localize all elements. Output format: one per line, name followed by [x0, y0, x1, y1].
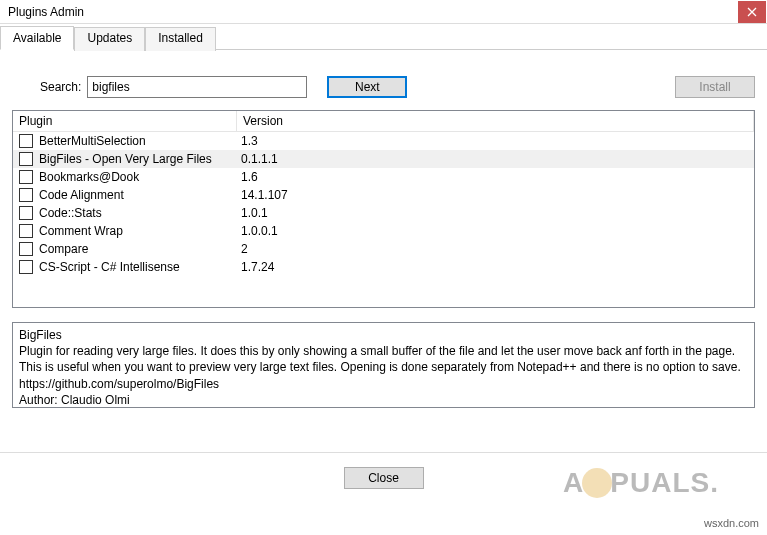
plugin-version: 0.1.1.1 [237, 151, 282, 167]
plugin-detail[interactable]: BigFiles Plugin for reading very large f… [12, 322, 755, 408]
plugin-version: 1.7.24 [237, 259, 278, 275]
plugin-version: 1.0.1 [237, 205, 272, 221]
plugin-checkbox[interactable] [19, 224, 33, 238]
search-input[interactable] [87, 76, 307, 98]
table-row[interactable]: BetterMultiSelection1.3 [13, 132, 754, 150]
table-row[interactable]: Compare2 [13, 240, 754, 258]
corner-credit: wsxdn.com [704, 517, 759, 529]
titlebar: Plugins Admin [0, 0, 767, 24]
column-version[interactable]: Version [237, 111, 754, 131]
window-close-button[interactable] [738, 1, 766, 23]
tab-available[interactable]: Available [0, 26, 74, 50]
table-row[interactable]: Code::Stats1.0.1 [13, 204, 754, 222]
plugin-version: 1.6 [237, 169, 262, 185]
search-row: Search: Next Install [12, 76, 755, 98]
plugin-checkbox[interactable] [19, 170, 33, 184]
plugin-name: BetterMultiSelection [39, 133, 237, 149]
detail-line: Plugin for reading very large files. It … [19, 343, 748, 359]
plugin-name: BigFiles - Open Very Large Files [39, 151, 237, 167]
mascot-icon [582, 468, 612, 498]
plugin-name: Code::Stats [39, 205, 237, 221]
close-icon [747, 7, 757, 17]
table-row[interactable]: BigFiles - Open Very Large Files0.1.1.1 [13, 150, 754, 168]
tab-installed[interactable]: Installed [145, 27, 216, 51]
search-label: Search: [40, 80, 81, 94]
detail-author: Author: Claudio Olmi [19, 392, 748, 408]
tab-content: Search: Next Install Plugin Version Bett… [0, 50, 767, 418]
plugin-list[interactable]: Plugin Version BetterMultiSelection1.3Bi… [12, 110, 755, 308]
watermark-text: A [563, 467, 584, 499]
table-row[interactable]: Comment Wrap1.0.0.1 [13, 222, 754, 240]
table-row[interactable]: Code Alignment14.1.107 [13, 186, 754, 204]
plugin-version: 2 [237, 241, 252, 257]
column-plugin[interactable]: Plugin [13, 111, 237, 131]
plugin-name: CS-Script - C# Intellisense [39, 259, 237, 275]
table-row[interactable]: CS-Script - C# Intellisense1.7.24 [13, 258, 754, 276]
watermark-logo: A PUALS. [563, 467, 719, 499]
install-button[interactable]: Install [675, 76, 755, 98]
plugin-checkbox[interactable] [19, 206, 33, 220]
window-title: Plugins Admin [8, 5, 84, 19]
plugin-version: 14.1.107 [237, 187, 292, 203]
plugin-name: Compare [39, 241, 237, 257]
plugin-name: Code Alignment [39, 187, 237, 203]
detail-url: https://github.com/superolmo/BigFiles [19, 376, 748, 392]
detail-title: BigFiles [19, 327, 748, 343]
next-button[interactable]: Next [327, 76, 407, 98]
plugin-name: Comment Wrap [39, 223, 237, 239]
detail-line: This is useful when you want to preview … [19, 359, 748, 375]
plugin-version: 1.3 [237, 133, 262, 149]
close-button[interactable]: Close [344, 467, 424, 489]
tabs: Available Updates Installed [0, 25, 767, 50]
plugin-version: 1.0.0.1 [237, 223, 282, 239]
plugin-checkbox[interactable] [19, 242, 33, 256]
table-row[interactable]: Bookmarks@Dook1.6 [13, 168, 754, 186]
plugin-checkbox[interactable] [19, 134, 33, 148]
plugin-checkbox[interactable] [19, 152, 33, 166]
watermark-text: PUALS. [610, 467, 719, 499]
plugin-checkbox[interactable] [19, 188, 33, 202]
list-header: Plugin Version [13, 111, 754, 132]
tab-updates[interactable]: Updates [74, 27, 145, 51]
plugin-checkbox[interactable] [19, 260, 33, 274]
plugin-name: Bookmarks@Dook [39, 169, 237, 185]
